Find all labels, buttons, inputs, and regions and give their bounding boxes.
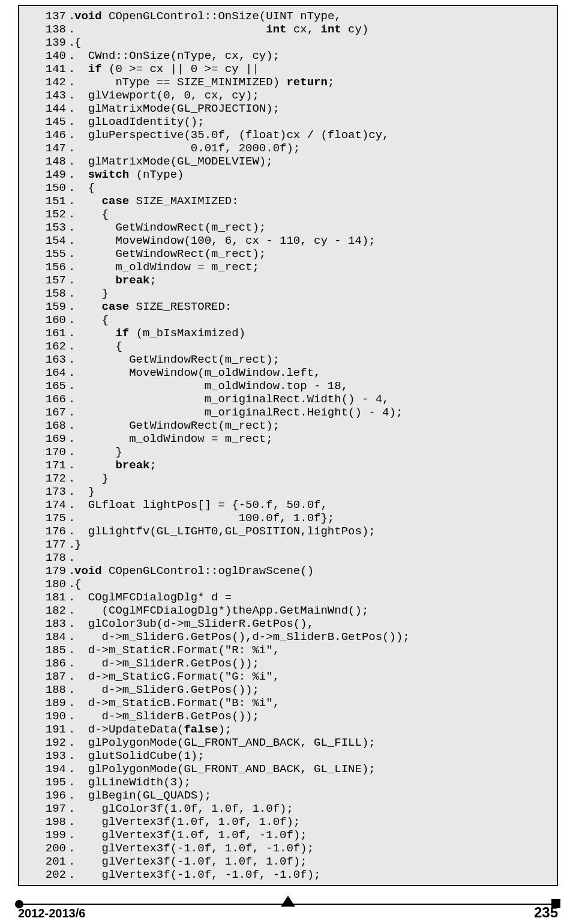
line-number-dot: .	[68, 115, 74, 128]
line-number: 150	[23, 181, 68, 195]
code-line: 148. glMatrixMode(GL_MODELVIEW);	[23, 155, 553, 168]
line-number: 156	[23, 261, 68, 274]
code-line: 182. (COglMFCDialogDlg*)theApp.GetMainWn…	[23, 604, 553, 617]
line-number: 196	[23, 789, 68, 802]
line-number-dot: .	[68, 340, 74, 353]
code-text: if (0 >= cx || 0 >= cy ||	[74, 62, 553, 76]
line-number: 177	[23, 538, 68, 551]
line-number: 201	[23, 855, 68, 868]
code-line: 186. d->m_SliderR.GetPos());	[23, 657, 553, 670]
code-line: 192. glPolygonMode(GL_FRONT_AND_BACK, GL…	[23, 736, 553, 749]
code-line: 193. glutSolidCube(1);	[23, 749, 553, 762]
line-number: 169	[23, 432, 68, 445]
code-text: int cx, int cy)	[74, 23, 553, 36]
line-number: 178	[23, 551, 68, 564]
line-number-dot: .	[68, 287, 74, 300]
code-text: d->m_SliderG.GetPos());	[74, 683, 553, 696]
code-line: 141. if (0 >= cx || 0 >= cy ||	[23, 62, 553, 76]
line-number-dot: .	[68, 459, 74, 472]
code-line: 159. case SIZE_RESTORED:	[23, 300, 553, 313]
line-number: 145	[23, 115, 68, 128]
line-number: 175	[23, 512, 68, 525]
code-line: 200. glVertex3f(-1.0f, 1.0f, -1.0f);	[23, 842, 553, 855]
code-text: d->UpdateData(false);	[74, 723, 553, 736]
line-number: 195	[23, 776, 68, 789]
code-line: 188. d->m_SliderG.GetPos());	[23, 683, 553, 696]
code-text: glVertex3f(-1.0f, 1.0f, -1.0f);	[74, 842, 553, 855]
line-number-dot: .	[68, 155, 74, 168]
code-line: 161. if (m_bIsMaximized)	[23, 327, 553, 340]
code-text: void COpenGLControl::OnSize(UINT nType,	[74, 10, 553, 23]
code-line: 191. d->UpdateData(false);	[23, 723, 553, 736]
code-text: m_originalRect.Width() - 4,	[74, 393, 553, 406]
code-text: glLightfv(GL_LIGHT0,GL_POSITION,lightPos…	[74, 525, 553, 538]
line-number-dot: .	[68, 657, 74, 670]
line-number-dot: .	[68, 76, 74, 89]
code-line: 149. switch (nType)	[23, 168, 553, 181]
line-number: 188	[23, 683, 68, 696]
code-text: GetWindowRect(m_rect);	[74, 221, 553, 234]
line-number: 179	[23, 564, 68, 578]
code-text: m_oldWindow = m_rect;	[74, 261, 553, 274]
code-text: glVertex3f(1.0f, 1.0f, -1.0f);	[74, 829, 553, 842]
line-number-dot: .	[68, 445, 74, 459]
footer-marker-triangle-icon	[281, 896, 295, 907]
code-text: {	[74, 313, 553, 327]
line-number-dot: .	[68, 710, 74, 723]
line-number: 152	[23, 208, 68, 221]
code-line: 160. {	[23, 313, 553, 327]
code-text: glVertex3f(-1.0f, -1.0f, -1.0f);	[74, 868, 553, 881]
code-line: 166. m_originalRect.Width() - 4,	[23, 393, 553, 406]
code-text: MoveWindow(100, 6, cx - 110, cy - 14);	[74, 234, 553, 247]
code-text: {	[74, 340, 553, 353]
code-text: glPolygonMode(GL_FRONT_AND_BACK, GL_FILL…	[74, 736, 553, 749]
line-number-dot: .	[68, 300, 74, 313]
line-number: 191	[23, 723, 68, 736]
line-number-dot: .	[68, 393, 74, 406]
line-number-dot: .	[68, 551, 74, 564]
code-line: 194. glPolygonMode(GL_FRONT_AND_BACK, GL…	[23, 762, 553, 776]
code-text: COglMFCDialogDlg* d =	[74, 591, 553, 604]
code-text: GetWindowRect(m_rect);	[74, 247, 553, 261]
code-line: 183. glColor3ub(d->m_SliderR.GetPos(),	[23, 617, 553, 630]
line-number-dot: .	[68, 221, 74, 234]
line-number-dot: .	[68, 512, 74, 525]
code-line: 142. nType == SIZE_MINIMIZED) return;	[23, 76, 553, 89]
code-line: 199. glVertex3f(1.0f, 1.0f, -1.0f);	[23, 829, 553, 842]
line-number: 202	[23, 868, 68, 881]
code-line: 202. glVertex3f(-1.0f, -1.0f, -1.0f);	[23, 868, 553, 881]
footer-page-number: 235	[534, 904, 558, 921]
code-text: switch (nType)	[74, 168, 553, 181]
code-text: glBegin(GL_QUADS);	[74, 789, 553, 802]
code-text: d->m_SliderG.GetPos(),d->m_SliderB.GetPo…	[74, 630, 553, 644]
code-text: GLfloat lightPos[] = {-50.f, 50.0f,	[74, 498, 553, 512]
code-line: 137.void COpenGLControl::OnSize(UINT nTy…	[23, 10, 553, 23]
code-text: {	[74, 578, 553, 591]
line-number-dot: .	[68, 23, 74, 36]
line-number: 164	[23, 366, 68, 379]
code-line: 197. glColor3f(1.0f, 1.0f, 1.0f);	[23, 802, 553, 815]
line-number-dot: .	[68, 234, 74, 247]
code-text: glMatrixMode(GL_MODELVIEW);	[74, 155, 553, 168]
code-text: glMatrixMode(GL_PROJECTION);	[74, 102, 553, 115]
line-number-dot: .	[68, 419, 74, 432]
code-line: 146. gluPerspective(35.0f, (float)cx / (…	[23, 128, 553, 142]
line-number: 192	[23, 736, 68, 749]
line-number: 168	[23, 419, 68, 432]
code-text: {	[74, 36, 553, 49]
code-line: 157. break;	[23, 274, 553, 287]
code-text: m_oldWindow.top - 18,	[74, 379, 553, 393]
code-line: 179.void COpenGLControl::oglDrawScene()	[23, 564, 553, 578]
line-number: 166	[23, 393, 68, 406]
line-number: 158	[23, 287, 68, 300]
line-number-dot: .	[68, 49, 74, 62]
line-number-dot: .	[68, 208, 74, 221]
line-number-dot: .	[68, 829, 74, 842]
line-number-dot: .	[68, 195, 74, 208]
line-number-dot: .	[68, 472, 74, 485]
line-number-dot: .	[68, 564, 74, 578]
page-footer: 2012-2013/6 235	[18, 896, 558, 920]
line-number-dot: .	[68, 128, 74, 142]
line-number-dot: .	[68, 406, 74, 419]
code-line: 172. }	[23, 472, 553, 485]
